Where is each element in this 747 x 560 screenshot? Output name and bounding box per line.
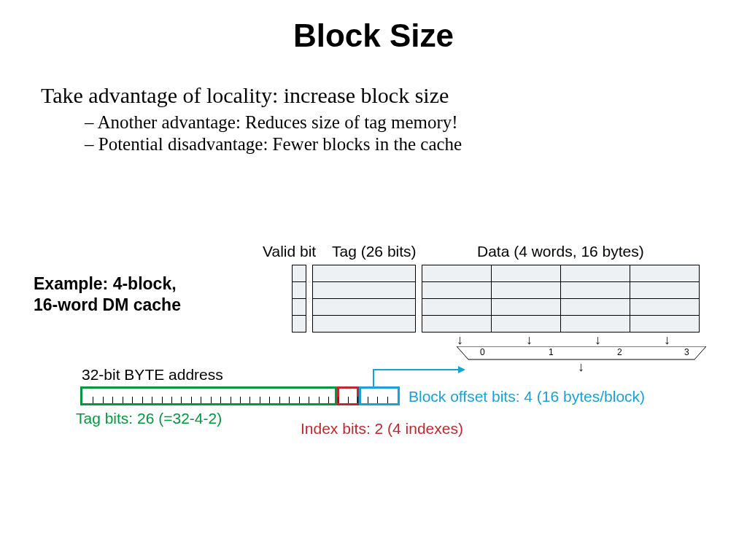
caption-index: Index bits: 2 (4 indexes) (301, 420, 463, 438)
cache-grid (292, 265, 700, 332)
header-valid: Valid bit (263, 243, 316, 260)
svg-marker-0 (457, 346, 706, 359)
example-line-1: Example: 4-block, (34, 274, 177, 293)
header-tag: Tag (26 bits) (332, 243, 417, 260)
slide-body: Take advantage of locality: increase blo… (41, 83, 712, 156)
example-label: Example: 4-block, 16-word DM cache (34, 273, 181, 316)
cache-table: Valid bit Tag (26 bits) Data (4 words, 1… (292, 265, 700, 332)
bullet-2: Potential disadvantage: Fewer blocks in … (85, 134, 712, 155)
arrow-down-icon: ↓ (526, 333, 533, 346)
offset-to-mux-arrow-icon (372, 361, 467, 390)
address-label: 32-bit BYTE address (82, 366, 223, 384)
svg-marker-1 (458, 366, 465, 373)
arrow-down-icon: ↓ (578, 360, 584, 373)
slide-title: Block Size (0, 18, 747, 54)
word-mux (457, 346, 706, 361)
lead-text: Take advantage of locality: increase blo… (41, 83, 712, 108)
address-bit-ticks (83, 397, 397, 404)
bullet-1: Another advantage: Reduces size of tag m… (85, 112, 712, 133)
arrow-down-icon: ↓ (595, 333, 601, 346)
address-bar (80, 386, 401, 405)
mux-label-0: 0 (480, 347, 485, 357)
header-data: Data (4 words, 16 bytes) (477, 243, 644, 260)
mux-label-3: 3 (684, 347, 689, 357)
mux-label-2: 2 (617, 347, 622, 357)
arrow-down-icon: ↓ (664, 333, 670, 346)
caption-offset: Block offset bits: 4 (16 bytes/block) (409, 388, 645, 405)
example-line-2: 16-word DM cache (34, 295, 181, 314)
mux-label-1: 1 (549, 347, 554, 357)
arrow-down-icon: ↓ (457, 333, 463, 346)
caption-tag: Tag bits: 26 (=32-4-2) (76, 410, 222, 427)
